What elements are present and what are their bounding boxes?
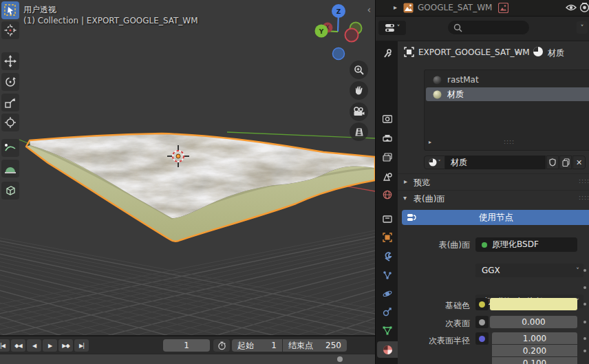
fake-user-button[interactable] (546, 156, 559, 169)
use-preview-range-button[interactable] (213, 339, 230, 352)
browse-material-button[interactable]: ˅ (424, 156, 445, 169)
list-resize-grip[interactable]: :::: (504, 138, 515, 145)
current-frame-field[interactable]: 1 (163, 339, 210, 352)
tool-move[interactable] (1, 52, 19, 70)
surface-panel-label[interactable]: 表(曲)面 (414, 193, 445, 205)
outliner-item-label[interactable]: GOOGLE_SAT_WM (418, 3, 492, 12)
distribution-value: GGX (482, 266, 500, 275)
image-object-icon (403, 3, 414, 13)
tab-tool[interactable] (378, 45, 397, 62)
pan-button[interactable] (350, 81, 368, 100)
subsurface-radius-socket[interactable] (475, 332, 489, 345)
ortho-toggle-button[interactable] (350, 122, 368, 141)
animate-dot[interactable] (583, 286, 586, 289)
tab-constraints[interactable] (378, 303, 397, 320)
frame-end-field[interactable]: 结束点 250 (283, 339, 347, 352)
tool-measure[interactable] (1, 160, 19, 178)
tab-collection[interactable] (378, 211, 397, 227)
tab-material[interactable] (377, 341, 398, 358)
tab-texture[interactable] (378, 361, 397, 364)
tab-particles[interactable] (378, 267, 397, 283)
breadcrumb-object[interactable]: EXPORT_GOOGLE_SAT_WM (418, 47, 530, 57)
gizmo-z-label: Z (336, 8, 341, 15)
render-camera-icon[interactable] (579, 3, 589, 12)
animate-dot[interactable] (583, 350, 586, 352)
surface-panel-grip[interactable]: :::: (579, 194, 589, 201)
render-tab-icon (385, 117, 389, 120)
tool-add-cube[interactable] (1, 182, 19, 200)
distribution-dropdown[interactable]: GGX ˅ (475, 264, 583, 277)
preview-panel-grip[interactable]: :::: (579, 178, 589, 184)
editor-type-button[interactable]: ˅ (378, 21, 406, 35)
tab-object[interactable] (378, 229, 397, 246)
preview-panel-label[interactable]: 预览 (414, 177, 430, 189)
frame-end-value: 250 (325, 341, 341, 350)
tab-modifiers[interactable] (378, 248, 397, 265)
shield-icon (550, 159, 555, 166)
base-color-swatch[interactable] (490, 298, 577, 310)
nodes-icon (407, 213, 416, 222)
breadcrumb-material[interactable]: 材质 (548, 47, 564, 59)
tool-cursor[interactable] (1, 21, 19, 39)
terrain-object[interactable] (21, 127, 375, 242)
visibility-eye-icon[interactable] (566, 3, 577, 12)
tab-scene[interactable] (378, 168, 397, 184)
chevron-down-icon: ˅ (576, 267, 579, 275)
material-slot-caizhi[interactable]: 材质 (426, 87, 589, 101)
material-slot-rastmat[interactable]: rastMat (426, 73, 589, 87)
slot-name: 材质 (447, 89, 464, 100)
base-color-socket[interactable] (475, 298, 489, 310)
modifier-tab-icon (385, 253, 391, 261)
jump-end-button[interactable]: ▶| (74, 339, 89, 352)
radius-value-y[interactable]: 0.200 (492, 345, 577, 356)
material-name-field[interactable]: 材质 (445, 156, 546, 169)
animate-dot[interactable] (583, 321, 586, 323)
timeline-track[interactable] (0, 354, 375, 364)
tool-rotate[interactable] (1, 73, 19, 91)
gizmo-x-positive[interactable] (345, 29, 358, 42)
tab-output[interactable] (378, 130, 397, 147)
outliner-row[interactable]: ▸ GOOGLE_SAT_WM (376, 0, 589, 17)
play-reverse-button[interactable]: ◀ (27, 339, 41, 352)
subsurface-slider[interactable]: 0.000 (490, 316, 577, 328)
list-filter-expand-icon[interactable]: ▸ (429, 139, 431, 145)
tab-object-data[interactable] (378, 322, 397, 339)
camera-icon (363, 112, 365, 116)
next-keyframe-button[interactable]: ▶◆ (58, 339, 73, 352)
prev-keyframe-button[interactable]: ◆◀ (11, 339, 25, 352)
chevron-down-icon: ˅ (397, 24, 400, 32)
subsurface-socket[interactable] (475, 316, 489, 328)
tab-render[interactable] (378, 111, 397, 127)
animate-dot[interactable] (583, 269, 586, 272)
outliner-expand-icon[interactable]: ▸ (394, 3, 397, 11)
viewport-3d[interactable]: 用户透视 (1) Collection | EXPORT_GOOGLE_SAT_… (0, 0, 375, 335)
animate-dot[interactable] (583, 337, 586, 340)
tool-annotate[interactable] (1, 139, 19, 157)
play-button[interactable]: ▶ (43, 339, 57, 352)
navigation-gizmo[interactable]: X Y Z (310, 1, 372, 63)
surface-panel-collapse-icon[interactable]: ▾ (403, 194, 407, 202)
new-material-button[interactable] (559, 156, 572, 169)
tool-select-box[interactable] (1, 1, 19, 19)
frame-start-field[interactable]: 起始 1 (232, 339, 282, 352)
shader-field[interactable]: 原理化BSDF (475, 237, 577, 252)
timeline-marker-dot[interactable] (337, 356, 343, 362)
use-nodes-button[interactable]: 使用节点 (402, 210, 589, 225)
jump-start-button[interactable]: |◀ (0, 339, 10, 352)
radius-value-z[interactable]: 0.100 (492, 357, 577, 364)
unlink-material-button[interactable]: ✕ (572, 156, 586, 169)
search-input[interactable] (448, 21, 529, 34)
gizmo-z-negative[interactable] (333, 48, 345, 60)
tab-view-layer[interactable] (378, 149, 397, 165)
zoom-button[interactable] (350, 61, 368, 79)
tab-world[interactable] (378, 186, 397, 203)
chevron-down-icon: ˅ (438, 160, 441, 166)
header-options-button[interactable]: ˅ (577, 21, 588, 34)
camera-view-button[interactable] (350, 103, 368, 121)
radius-value-x[interactable]: 1.000 (492, 332, 577, 344)
tool-transform[interactable] (1, 114, 19, 131)
animate-dot[interactable] (583, 303, 586, 306)
tab-physics[interactable] (378, 286, 397, 302)
tool-scale[interactable] (1, 94, 19, 111)
preview-panel-expand-icon[interactable]: ▸ (404, 178, 407, 185)
